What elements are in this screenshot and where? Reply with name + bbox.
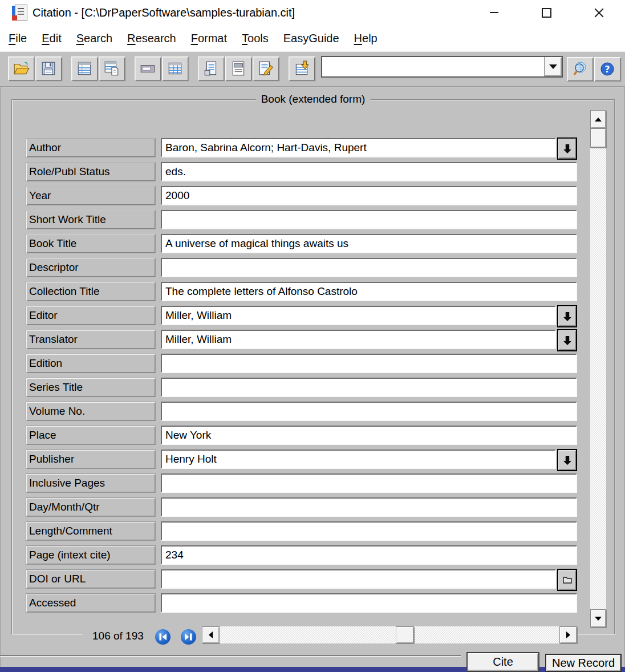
field-input-author[interactable] <box>161 138 556 157</box>
menu-item-label: File <box>9 32 27 45</box>
menu-item-file[interactable]: File <box>1 25 34 51</box>
field-input-doi-or-url[interactable] <box>161 569 556 589</box>
field-label-doi-or-url: DOI or URL <box>26 569 156 589</box>
citation-search-combo[interactable] <box>321 56 563 78</box>
scroll-right-button[interactable] <box>559 626 577 643</box>
menu-item-label: Help <box>354 32 378 45</box>
field-row-page-intext-cite: Page (intext cite) <box>26 545 577 569</box>
chevron-down-icon <box>549 64 557 69</box>
menu-item-edit[interactable]: Edit <box>34 25 68 51</box>
field-bar-icon <box>139 60 156 77</box>
scroll-down-button[interactable] <box>590 609 606 628</box>
horizontal-scrollbar-thumb[interactable] <box>396 626 414 643</box>
field-label-editor: Editor <box>26 306 156 325</box>
menu-item-label: Format <box>191 32 227 45</box>
horizontal-scrollbar[interactable] <box>202 626 577 643</box>
menu-item-label: Edit <box>42 32 61 45</box>
field-label-volume-no: Volume No. <box>26 402 156 421</box>
status-bar-divider <box>0 655 461 656</box>
field-label-year: Year <box>26 186 156 205</box>
field-input-series-title[interactable] <box>161 378 577 397</box>
horizontal-scrollbar-track[interactable] <box>220 626 559 643</box>
close-button[interactable] <box>573 0 625 25</box>
field-input-short-work-title[interactable] <box>161 210 577 229</box>
field-row-book-title: Book Title <box>26 234 577 258</box>
field-label-book-title: Book Title <box>26 234 156 253</box>
menu-item-tools[interactable]: Tools <box>234 25 276 51</box>
vertical-scrollbar-track[interactable] <box>590 128 606 609</box>
format-paper-button[interactable] <box>225 56 251 80</box>
field-label-day-month-qtr: Day/Month/Qtr <box>26 497 156 517</box>
menu-item-help[interactable]: Help <box>347 25 385 51</box>
field-label-short-work-title: Short Work Title <box>26 210 156 229</box>
field-input-place[interactable] <box>161 426 577 445</box>
field-input-book-title[interactable] <box>161 234 577 253</box>
toolbar-button-group <box>8 56 316 80</box>
first-record-button[interactable] <box>155 629 171 645</box>
field-view-button[interactable] <box>135 56 161 80</box>
save-file-button[interactable] <box>35 56 62 80</box>
field-input-edition[interactable] <box>161 354 577 373</box>
insert-citation-button[interactable] <box>289 56 315 80</box>
field-row-role-publ-status: Role/Publ Status <box>26 162 577 186</box>
menu-item-search[interactable]: Search <box>69 25 120 51</box>
field-label-series-title: Series Title <box>26 378 156 397</box>
menu-item-research[interactable]: Research <box>120 25 184 51</box>
dropdown-button-editor[interactable] <box>557 305 577 327</box>
form-rows: Author Role/Publ Status Year Short Work … <box>26 138 577 617</box>
vertical-scrollbar-thumb[interactable] <box>590 128 606 148</box>
grid-view-button[interactable] <box>162 56 188 80</box>
field-row-descriptor: Descriptor <box>26 258 577 282</box>
cite-button[interactable]: Cite <box>466 652 539 672</box>
dropdown-button-translator[interactable] <box>557 329 577 351</box>
field-row-length-comment: Length/Comment <box>26 521 577 545</box>
scroll-left-button[interactable] <box>202 626 220 643</box>
help-button[interactable]: ? <box>594 57 620 81</box>
menu-item-label: EasyGuide <box>283 32 339 45</box>
field-input-day-month-qtr[interactable] <box>161 497 577 517</box>
book-extended-form-groupbox: Book (extended form) Author Role/Publ St… <box>11 99 615 634</box>
browse-button-doi-or-url[interactable] <box>557 569 577 591</box>
record-view-button[interactable] <box>99 56 125 80</box>
dropdown-button-publisher[interactable] <box>557 449 577 471</box>
minimize-icon <box>490 12 498 13</box>
field-input-collection-title[interactable] <box>161 282 577 301</box>
field-input-publisher[interactable] <box>161 450 556 469</box>
folder-icon <box>563 576 572 584</box>
scroll-up-button[interactable] <box>590 110 606 128</box>
combo-dropdown-button[interactable] <box>544 57 562 76</box>
new-record-button[interactable]: New Record <box>545 654 622 672</box>
list-view-button[interactable] <box>71 56 98 80</box>
citation-search-input[interactable] <box>322 57 543 76</box>
menu-item-format[interactable]: Format <box>184 25 234 51</box>
maximize-button[interactable] <box>520 0 573 25</box>
field-input-accessed[interactable] <box>161 593 577 613</box>
record-position: 106 of 193 <box>87 628 149 645</box>
open-file-button[interactable] <box>8 56 34 80</box>
edit-paper-button[interactable] <box>253 56 279 80</box>
menu-item-easyguide[interactable]: EasyGuide <box>276 25 347 51</box>
dropdown-button-author[interactable] <box>557 137 577 160</box>
window-title: Citation - [C:\DrPaperSoftware\samples-t… <box>33 0 295 25</box>
field-input-translator[interactable] <box>161 330 556 349</box>
down-arrow-icon <box>563 144 571 153</box>
field-input-volume-no[interactable] <box>161 402 577 421</box>
vertical-scrollbar[interactable] <box>590 110 606 628</box>
field-label-collection-title: Collection Title <box>26 282 156 301</box>
field-row-editor: Editor <box>26 306 577 330</box>
field-input-role-publ-status[interactable] <box>161 162 577 181</box>
field-input-page-intext-cite[interactable] <box>161 545 577 565</box>
last-record-button[interactable] <box>180 629 197 645</box>
field-input-inclusive-pages[interactable] <box>161 473 577 493</box>
floppy-disk-icon <box>40 60 57 77</box>
field-label-role-publ-status: Role/Publ Status <box>26 162 156 181</box>
copy-record-button[interactable] <box>198 56 224 80</box>
field-label-page-intext-cite: Page (intext cite) <box>26 545 156 565</box>
field-input-length-comment[interactable] <box>161 521 577 541</box>
minimize-button[interactable] <box>468 0 520 25</box>
field-input-descriptor[interactable] <box>161 258 577 277</box>
field-input-editor[interactable] <box>161 306 556 325</box>
field-input-year[interactable] <box>161 186 577 205</box>
last-record-icon <box>180 629 197 645</box>
search-button[interactable] <box>567 57 593 81</box>
